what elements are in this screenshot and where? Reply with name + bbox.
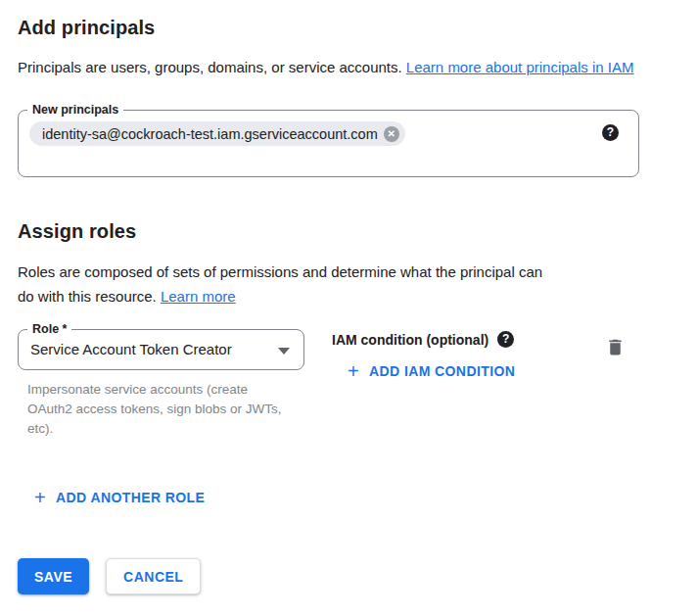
principal-chip-value: identity-sa@cockroach-test.iam.gservicea… xyxy=(42,126,378,142)
role-select-label: Role * xyxy=(27,321,71,337)
delete-role-button[interactable] xyxy=(603,335,628,362)
role-helper-text: Impersonate service accounts (create OAu… xyxy=(27,380,290,439)
role-column: Role * Service Account Token Creator Imp… xyxy=(18,329,304,439)
role-row: Role * Service Account Token Creator Imp… xyxy=(18,329,678,439)
add-another-role-label: ADD ANOTHER ROLE xyxy=(56,490,205,505)
add-iam-condition-label: ADD IAM CONDITION xyxy=(369,363,515,379)
intro-text: Principals are users, groups, domains, o… xyxy=(18,55,656,79)
page-title: Add principals xyxy=(18,15,678,40)
plus-icon: + xyxy=(348,363,359,379)
iam-condition-column: IAM condition (optional) ? + ADD IAM CON… xyxy=(332,329,523,385)
add-another-role-button[interactable]: + ADD ANOTHER ROLE xyxy=(26,484,212,511)
learn-more-principals-link[interactable]: Learn more about principals in IAM xyxy=(406,59,634,75)
chip-remove-icon[interactable]: ✕ xyxy=(384,126,399,142)
save-button[interactable]: SAVE xyxy=(18,558,89,594)
cancel-button[interactable]: CANCEL xyxy=(106,558,201,594)
intro-text-body: Principals are users, groups, domains, o… xyxy=(18,59,406,75)
chevron-down-icon xyxy=(278,348,290,355)
iam-condition-label: IAM condition (optional) xyxy=(332,332,489,348)
principal-chip[interactable]: identity-sa@cockroach-test.iam.gservicea… xyxy=(29,121,405,146)
learn-more-roles-link[interactable]: Learn more xyxy=(161,288,236,305)
assign-roles-title: Assign roles xyxy=(18,218,678,244)
action-buttons: SAVE CANCEL xyxy=(18,558,201,594)
new-principals-label: New principals xyxy=(27,102,123,118)
assign-roles-description: Roles are composed of sets of permission… xyxy=(18,260,554,308)
add-principals-panel: Add principals Principals are users, gro… xyxy=(0,0,698,616)
assign-roles-description-body: Roles are composed of sets of permission… xyxy=(18,263,542,305)
iam-condition-label-row: IAM condition (optional) ? xyxy=(332,329,523,348)
plus-icon: + xyxy=(34,490,46,505)
trash-icon xyxy=(605,337,626,357)
role-selected-value: Service Account Token Creator xyxy=(30,341,232,357)
add-iam-condition-button[interactable]: + ADD IAM CONDITION xyxy=(340,357,523,385)
role-select[interactable]: Role * Service Account Token Creator xyxy=(18,329,304,370)
delete-role-column xyxy=(603,329,628,362)
iam-condition-help-icon[interactable]: ? xyxy=(497,331,514,348)
new-principals-help-icon[interactable]: ? xyxy=(602,124,619,141)
new-principals-field[interactable]: New principals identity-sa@cockroach-tes… xyxy=(18,110,639,177)
